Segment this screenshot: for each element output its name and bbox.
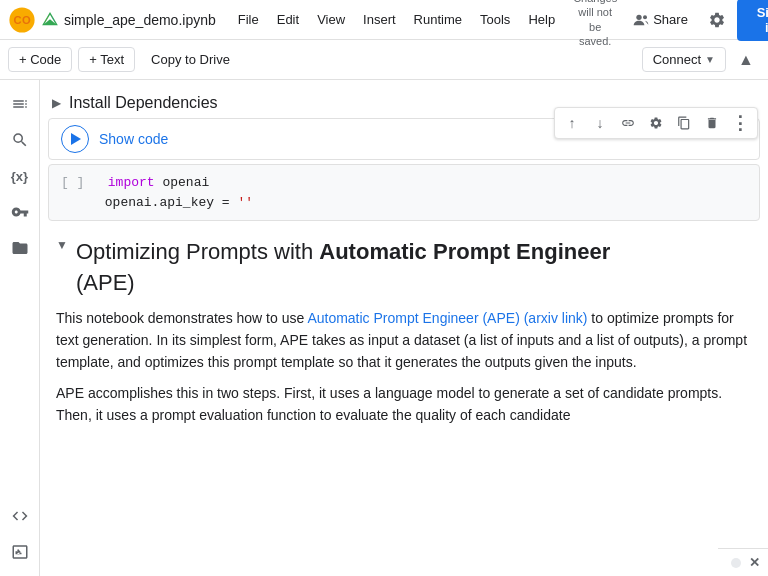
connect-dropdown-icon: ▼ [705,54,715,65]
close-button[interactable]: ✕ [749,555,760,570]
colab-logo: C O [8,6,36,34]
top-bar: C O simple_ape_demo.ipynb File Edit View… [0,0,768,40]
menu-insert[interactable]: Insert [355,8,404,31]
filename: simple_ape_demo.ipynb [64,12,216,28]
person-icon [633,12,649,28]
search-icon [11,131,29,149]
move-down-button[interactable]: ↓ [587,110,613,136]
share-label: Share [653,12,688,27]
heading-wrapper: ▼ Optimizing Prompts with Automatic Prom… [56,237,752,299]
connect-button[interactable]: Connect ▼ [642,47,726,72]
top-actions: Share Sign in [625,0,768,41]
show-code-button[interactable]: Show code [99,131,168,147]
svg-text:O: O [22,14,31,26]
heading-prefix: Optimizing Prompts with [76,239,319,264]
more-options-button[interactable]: ⋮ [727,110,753,136]
toolbar-right: Connect ▼ ▲ [642,46,760,74]
sidebar-files-button[interactable] [4,232,36,264]
heading-collapse-icon[interactable]: ▼ [56,237,72,253]
gear-icon [708,11,726,29]
trash-icon [705,116,719,130]
code-icon [11,507,29,525]
menu-file[interactable]: File [230,8,267,31]
play-icon [71,133,81,145]
collapse-button[interactable]: ▲ [732,46,760,74]
menu-tools[interactable]: Tools [472,8,518,31]
duplicate-button[interactable] [671,110,697,136]
share-button[interactable]: Share [625,8,696,32]
left-sidebar: {x} [0,80,40,576]
move-up-button[interactable]: ↑ [559,110,585,136]
code-line-1: [ ] import openai [61,173,747,193]
sidebar-terminal-button[interactable] [4,536,36,568]
code-cell: [ ] import openai openai.api_key = '' [48,164,760,221]
settings-icon [649,116,663,130]
logo-area: C O simple_ape_demo.ipynb [8,6,216,34]
svg-text:C: C [14,14,22,26]
connect-label: Connect [653,52,701,67]
toc-icon [11,95,29,113]
folder-icon [11,239,29,257]
copy-to-drive-button[interactable]: Copy to Drive [141,48,240,71]
link-button[interactable] [615,110,641,136]
run-button[interactable] [61,125,89,153]
svg-point-7 [637,14,642,19]
sidebar-variables-button[interactable]: {x} [4,160,36,192]
cell-settings-button[interactable] [643,110,669,136]
heading-bold: Automatic Prompt Engineer [319,239,610,264]
content-area: ▶ Install Dependencies Show code [ ] imp… [40,80,768,576]
signin-button[interactable]: Sign in [737,0,768,41]
sidebar-toc-button[interactable] [4,88,36,120]
changes-notice: Changes will not be saved. [573,0,617,48]
add-text-button[interactable]: + Text [78,47,135,72]
bottom-bar: ✕ [718,548,768,576]
settings-button[interactable] [704,4,730,36]
main-layout: {x} ▶ Install Dependencie [0,80,768,576]
sidebar-code-button[interactable] [4,500,36,532]
cell-action-bar: ↑ ↓ ⋮ [554,107,758,139]
sidebar-secrets-button[interactable] [4,196,36,228]
paragraph-2: APE accomplishes this in two steps. Firs… [40,378,768,431]
svg-point-8 [643,15,647,19]
heading-cell: ▼ Optimizing Prompts with Automatic Prom… [40,225,768,303]
section-title-install: Install Dependencies [69,94,218,112]
copy-icon [677,116,691,130]
code-line-2: openai.api_key = '' [61,193,747,213]
menu-bar: File Edit View Insert Runtime Tools Help… [230,0,625,48]
sidebar-search-button[interactable] [4,124,36,156]
add-code-button[interactable]: + Code [8,47,72,72]
menu-edit[interactable]: Edit [269,8,307,31]
paragraph-1: This notebook demonstrates how to use Au… [40,303,768,378]
terminal-icon [11,543,29,561]
main-heading: Optimizing Prompts with Automatic Prompt… [76,237,610,299]
ape-link[interactable]: Automatic Prompt Engineer (APE) (arxiv l… [307,310,587,326]
menu-help[interactable]: Help [520,8,563,31]
drive-icon [42,12,58,28]
section-expand-icon: ▶ [52,96,61,110]
menu-runtime[interactable]: Runtime [406,8,470,31]
status-dot [731,558,741,568]
delete-button[interactable] [699,110,725,136]
heading-suffix: (APE) [76,270,135,295]
link-icon [621,116,635,130]
menu-view[interactable]: View [309,8,353,31]
key-icon [11,203,29,221]
